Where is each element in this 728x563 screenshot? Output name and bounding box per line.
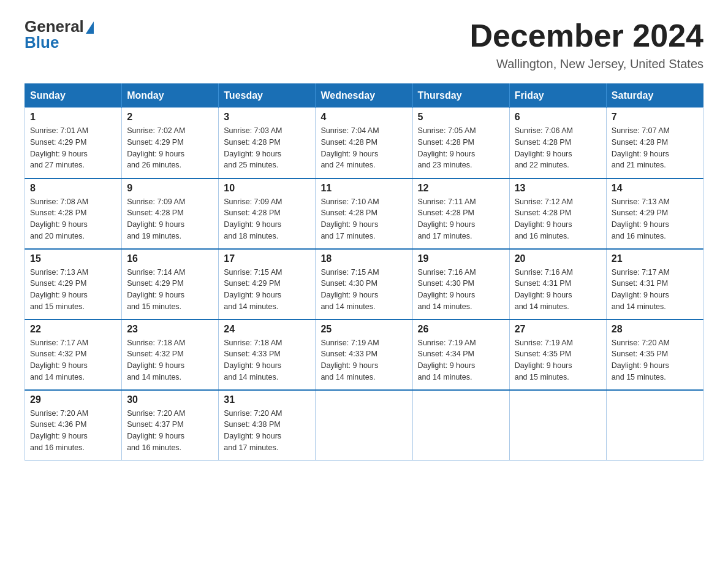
day-info: Sunrise: 7:03 AMSunset: 4:28 PMDaylight:…: [224, 125, 310, 171]
day-info: Sunrise: 7:15 AMSunset: 4:29 PMDaylight:…: [224, 267, 310, 313]
day-info: Sunrise: 7:19 AMSunset: 4:34 PMDaylight:…: [418, 337, 504, 383]
logo-row1: General: [25, 18, 94, 34]
calendar-table: SundayMondayTuesdayWednesdayThursdayFrid…: [25, 83, 703, 461]
day-cell: 30Sunrise: 7:20 AMSunset: 4:37 PMDayligh…: [122, 390, 219, 461]
day-number: 10: [224, 183, 310, 194]
day-cell: 26Sunrise: 7:19 AMSunset: 4:34 PMDayligh…: [412, 320, 509, 390]
header-row: SundayMondayTuesdayWednesdayThursdayFrid…: [25, 84, 703, 108]
day-number: 18: [320, 253, 407, 264]
day-cell: 12Sunrise: 7:11 AMSunset: 4:28 PMDayligh…: [412, 178, 509, 249]
header-cell-sunday: Sunday: [25, 84, 122, 108]
day-number: 19: [418, 253, 504, 264]
day-number: 12: [418, 183, 504, 194]
day-info: Sunrise: 7:17 AMSunset: 4:31 PMDaylight:…: [612, 267, 698, 313]
header-cell-wednesday: Wednesday: [316, 84, 412, 108]
day-number: 14: [612, 183, 698, 194]
day-cell: 14Sunrise: 7:13 AMSunset: 4:29 PMDayligh…: [606, 178, 703, 249]
day-cell: 9Sunrise: 7:09 AMSunset: 4:28 PMDaylight…: [122, 178, 219, 249]
day-info: Sunrise: 7:20 AMSunset: 4:35 PMDaylight:…: [612, 337, 698, 383]
day-number: 15: [30, 253, 116, 264]
day-number: 6: [515, 112, 601, 123]
calendar-body: 1Sunrise: 7:01 AMSunset: 4:29 PMDaylight…: [25, 108, 703, 461]
day-number: 1: [30, 112, 116, 123]
day-cell: 8Sunrise: 7:08 AMSunset: 4:28 PMDaylight…: [25, 178, 122, 249]
day-cell: 19Sunrise: 7:16 AMSunset: 4:30 PMDayligh…: [412, 249, 509, 320]
day-number: 31: [224, 394, 310, 405]
day-info: Sunrise: 7:16 AMSunset: 4:31 PMDaylight:…: [515, 267, 601, 313]
week-row-2: 8Sunrise: 7:08 AMSunset: 4:28 PMDaylight…: [25, 178, 703, 249]
logo-blue-text: Blue: [25, 34, 94, 50]
day-number: 9: [127, 183, 213, 194]
day-cell: 6Sunrise: 7:06 AMSunset: 4:28 PMDaylight…: [509, 108, 606, 178]
day-number: 17: [224, 253, 310, 264]
day-cell: 15Sunrise: 7:13 AMSunset: 4:29 PMDayligh…: [25, 249, 122, 320]
day-info: Sunrise: 7:13 AMSunset: 4:29 PMDaylight:…: [30, 267, 116, 313]
week-row-5: 29Sunrise: 7:20 AMSunset: 4:36 PMDayligh…: [25, 390, 703, 461]
logo-triangle-icon: [86, 21, 94, 34]
day-cell: 17Sunrise: 7:15 AMSunset: 4:29 PMDayligh…: [219, 249, 316, 320]
day-info: Sunrise: 7:20 AMSunset: 4:36 PMDaylight:…: [30, 408, 116, 454]
day-number: 26: [418, 324, 504, 335]
day-info: Sunrise: 7:18 AMSunset: 4:32 PMDaylight:…: [127, 337, 213, 383]
day-info: Sunrise: 7:19 AMSunset: 4:33 PMDaylight:…: [320, 337, 407, 383]
day-info: Sunrise: 7:04 AMSunset: 4:28 PMDaylight:…: [320, 125, 407, 171]
day-number: 11: [320, 183, 407, 194]
calendar-subtitle: Wallington, New Jersey, United States: [469, 57, 703, 71]
day-number: 13: [515, 183, 601, 194]
week-row-4: 22Sunrise: 7:17 AMSunset: 4:32 PMDayligh…: [25, 320, 703, 390]
day-info: Sunrise: 7:12 AMSunset: 4:28 PMDaylight:…: [515, 196, 601, 242]
day-cell: 21Sunrise: 7:17 AMSunset: 4:31 PMDayligh…: [606, 249, 703, 320]
calendar-title: December 2024: [469, 18, 703, 53]
day-cell: 31Sunrise: 7:20 AMSunset: 4:38 PMDayligh…: [219, 390, 316, 461]
day-info: Sunrise: 7:17 AMSunset: 4:32 PMDaylight:…: [30, 337, 116, 383]
day-number: 25: [320, 324, 407, 335]
day-info: Sunrise: 7:02 AMSunset: 4:29 PMDaylight:…: [127, 125, 213, 171]
day-info: Sunrise: 7:14 AMSunset: 4:29 PMDaylight:…: [127, 267, 213, 313]
day-cell: [509, 390, 606, 461]
day-info: Sunrise: 7:10 AMSunset: 4:28 PMDaylight:…: [320, 196, 407, 242]
day-cell: 27Sunrise: 7:19 AMSunset: 4:35 PMDayligh…: [509, 320, 606, 390]
week-row-1: 1Sunrise: 7:01 AMSunset: 4:29 PMDaylight…: [25, 108, 703, 178]
page-header: General Blue December 2024 Wallington, N…: [25, 18, 703, 71]
header-cell-tuesday: Tuesday: [219, 84, 316, 108]
day-info: Sunrise: 7:01 AMSunset: 4:29 PMDaylight:…: [30, 125, 116, 171]
day-cell: 18Sunrise: 7:15 AMSunset: 4:30 PMDayligh…: [316, 249, 412, 320]
header-cell-thursday: Thursday: [412, 84, 509, 108]
day-info: Sunrise: 7:09 AMSunset: 4:28 PMDaylight:…: [127, 196, 213, 242]
header-cell-saturday: Saturday: [606, 84, 703, 108]
calendar-header: SundayMondayTuesdayWednesdayThursdayFrid…: [25, 84, 703, 108]
day-number: 22: [30, 324, 116, 335]
day-number: 2: [127, 112, 213, 123]
day-cell: 22Sunrise: 7:17 AMSunset: 4:32 PMDayligh…: [25, 320, 122, 390]
day-info: Sunrise: 7:11 AMSunset: 4:28 PMDaylight:…: [418, 196, 504, 242]
day-cell: [316, 390, 412, 461]
day-number: 4: [320, 112, 407, 123]
day-number: 16: [127, 253, 213, 264]
day-info: Sunrise: 7:19 AMSunset: 4:35 PMDaylight:…: [515, 337, 601, 383]
day-cell: 16Sunrise: 7:14 AMSunset: 4:29 PMDayligh…: [122, 249, 219, 320]
day-info: Sunrise: 7:05 AMSunset: 4:28 PMDaylight:…: [418, 125, 504, 171]
logo: General Blue: [25, 18, 94, 50]
day-number: 30: [127, 394, 213, 405]
day-info: Sunrise: 7:20 AMSunset: 4:37 PMDaylight:…: [127, 408, 213, 454]
day-cell: 1Sunrise: 7:01 AMSunset: 4:29 PMDaylight…: [25, 108, 122, 178]
day-info: Sunrise: 7:07 AMSunset: 4:28 PMDaylight:…: [612, 125, 698, 171]
day-cell: 13Sunrise: 7:12 AMSunset: 4:28 PMDayligh…: [509, 178, 606, 249]
header-cell-monday: Monday: [122, 84, 219, 108]
day-cell: 20Sunrise: 7:16 AMSunset: 4:31 PMDayligh…: [509, 249, 606, 320]
day-cell: [412, 390, 509, 461]
day-number: 29: [30, 394, 116, 405]
logo-combined: General Blue: [25, 18, 94, 50]
day-info: Sunrise: 7:15 AMSunset: 4:30 PMDaylight:…: [320, 267, 407, 313]
day-number: 28: [612, 324, 698, 335]
day-info: Sunrise: 7:16 AMSunset: 4:30 PMDaylight:…: [418, 267, 504, 313]
day-cell: 7Sunrise: 7:07 AMSunset: 4:28 PMDaylight…: [606, 108, 703, 178]
day-number: 23: [127, 324, 213, 335]
day-info: Sunrise: 7:09 AMSunset: 4:28 PMDaylight:…: [224, 196, 310, 242]
day-info: Sunrise: 7:13 AMSunset: 4:29 PMDaylight:…: [612, 196, 698, 242]
day-cell: 24Sunrise: 7:18 AMSunset: 4:33 PMDayligh…: [219, 320, 316, 390]
day-number: 5: [418, 112, 504, 123]
day-info: Sunrise: 7:18 AMSunset: 4:33 PMDaylight:…: [224, 337, 310, 383]
day-number: 3: [224, 112, 310, 123]
day-number: 7: [612, 112, 698, 123]
